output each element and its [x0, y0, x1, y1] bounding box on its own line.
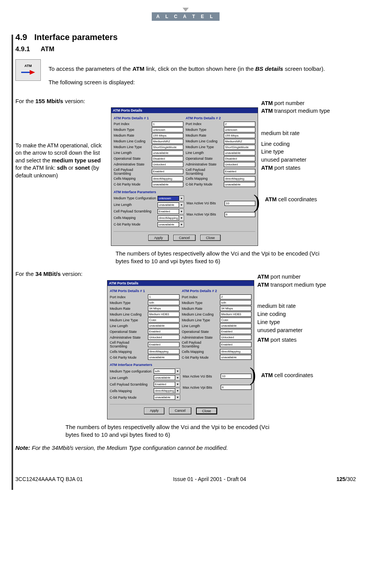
value-port-index-2: 2: [224, 122, 255, 127]
value-parity-1: unavailable: [152, 182, 183, 187]
value-line-length-1: unavailable: [152, 150, 183, 155]
combo-parity[interactable]: unavailable: [154, 395, 175, 400]
chevron-down-icon[interactable]: ▼: [175, 368, 180, 374]
note-prefix: Note:: [15, 444, 30, 451]
footer-right: 125/302: [336, 476, 356, 482]
combo-line-length[interactable]: unavailable: [154, 375, 175, 380]
value-op-state-1: Disabled: [152, 156, 183, 161]
label: Max Active Vpi Bits: [186, 212, 223, 216]
cancel-button[interactable]: Cancel: [169, 408, 191, 414]
value-line-coding-1: MediumNRZ: [152, 139, 183, 144]
ann-unused: unused parameter: [261, 156, 307, 164]
value-line-type-2: ShortSingleMode: [224, 145, 255, 150]
text-bold: ATM: [261, 108, 273, 114]
label: Max Active Vci Bits: [183, 374, 219, 378]
label: Medium Line Type: [186, 145, 222, 149]
brand-text: A L C A T E L: [152, 12, 220, 21]
ann-linetype: Line type: [257, 319, 303, 326]
chevron-down-icon[interactable]: ▼: [175, 381, 180, 387]
value-line-length-2: unavailable: [224, 150, 255, 155]
text-bold: ATM: [257, 282, 269, 288]
label: Operational State: [114, 157, 150, 160]
chevron-down-icon[interactable]: ▼: [179, 209, 184, 214]
text: or: [67, 165, 75, 171]
chevron-down-icon[interactable]: ▼: [179, 195, 184, 201]
text: For the: [15, 98, 35, 104]
value: directMapping: [220, 349, 252, 354]
dialog-titlebar: ATM Ports Details: [111, 108, 258, 113]
value: sdh: [148, 300, 179, 305]
combo-scrambling[interactable]: Enabled: [158, 209, 179, 214]
brace-icon: ): [250, 367, 256, 382]
label: Operational State: [182, 330, 218, 334]
port-column-2: ATM Ports Details # 2 Port Index2 Medium…: [182, 288, 252, 361]
atm-arrow-icon: [20, 68, 36, 76]
value: Enabled: [220, 329, 252, 334]
ann-bitrate: medium bit rate: [257, 302, 303, 310]
text-bold: 155 Mbit/s: [35, 98, 64, 104]
close-button[interactable]: Close: [196, 408, 217, 414]
label: Max Active Vci Bits: [186, 201, 223, 205]
atm-ports-dialog-155: ATM Ports Details ATM Ports Details # 1 …: [111, 107, 258, 246]
label: Line Length: [110, 324, 146, 328]
text: port number: [273, 100, 304, 106]
chevron-down-icon[interactable]: ▼: [179, 202, 184, 208]
value: Enabled: [220, 342, 252, 347]
ifparams-title: ATM Interface Parameters: [114, 190, 255, 194]
combo-mapping[interactable]: directMapping: [158, 215, 179, 220]
chevron-down-icon[interactable]: ▼: [179, 222, 184, 227]
chevron-down-icon[interactable]: ▼: [175, 394, 180, 400]
cancel-button[interactable]: Cancel: [173, 235, 196, 241]
value: sdh: [220, 300, 252, 305]
port-column-2: ATM Ports Details # 2 Port Index2 Medium…: [186, 115, 255, 188]
ann-linetype: Line type: [261, 148, 307, 155]
value-mapping-1: directMapping: [152, 176, 183, 181]
combo-line-length[interactable]: unavailable: [158, 202, 179, 207]
label: Medium Line Type: [110, 318, 146, 322]
triangle-down-icon: [183, 8, 189, 12]
chevron-down-icon[interactable]: ▼: [179, 215, 184, 221]
value-admin-state-1: Unlocked: [152, 162, 183, 167]
text: transport medium type: [273, 108, 330, 114]
value-max-vci: 10: [225, 201, 255, 206]
dialog-titlebar: ATM Ports Details: [107, 281, 254, 286]
value-medium-rate-1: 155 Mbps: [152, 133, 183, 138]
apply-button[interactable]: Apply: [148, 235, 169, 241]
text-bold: ATM: [261, 372, 273, 378]
left-vertical-bar: [12, 35, 13, 490]
combo-parity[interactable]: unavailable: [158, 222, 179, 227]
label: Cells Mapping: [182, 350, 218, 354]
label: Medium Line Type: [114, 145, 150, 149]
intro-paragraph-2: The following screen is displayed:: [49, 79, 325, 86]
caption-155: The numbers of bytes respectivelly allow…: [116, 250, 331, 266]
chevron-down-icon[interactable]: ▼: [175, 388, 180, 394]
label: Medium Rate: [186, 134, 222, 137]
chevron-down-icon[interactable]: ▼: [175, 375, 180, 381]
left-callout-155: To make the ATM operational, click on th…: [15, 107, 108, 180]
ann-linecoding: Line coding: [257, 311, 303, 318]
text: link, click on the button shown here (in…: [144, 65, 255, 72]
value: Medium HDB3: [148, 312, 179, 317]
value: unavailable: [220, 323, 252, 328]
intro-paragraph-1: To access the parameters of the ATM link…: [49, 65, 325, 73]
section-heading: 4.9 Interface parameters: [15, 32, 356, 42]
value: Enabled: [148, 329, 179, 334]
combo-medium-type-cfg[interactable]: unknown: [158, 196, 179, 201]
label: Medium Rate: [110, 307, 146, 311]
value: Enabled: [148, 342, 179, 347]
label: Line Length: [114, 203, 156, 207]
text-bold: ATM: [261, 165, 273, 171]
text: version:: [63, 98, 85, 104]
text: cell coordinates: [277, 196, 317, 202]
combo-mapping[interactable]: directMapping: [154, 388, 175, 393]
ann-unused: unused parameter: [257, 327, 303, 334]
close-button[interactable]: Close: [200, 235, 221, 241]
text: port states: [273, 165, 300, 171]
section-title: Interface parameters: [34, 32, 117, 42]
value: Coax: [148, 317, 179, 322]
combo-medium-type-cfg[interactable]: sdh: [154, 369, 175, 374]
apply-button[interactable]: Apply: [144, 408, 164, 414]
text-bold: 34 MBit/s: [35, 271, 61, 277]
combo-scrambling[interactable]: Enabled: [154, 382, 175, 387]
label: Port Index: [114, 122, 150, 126]
